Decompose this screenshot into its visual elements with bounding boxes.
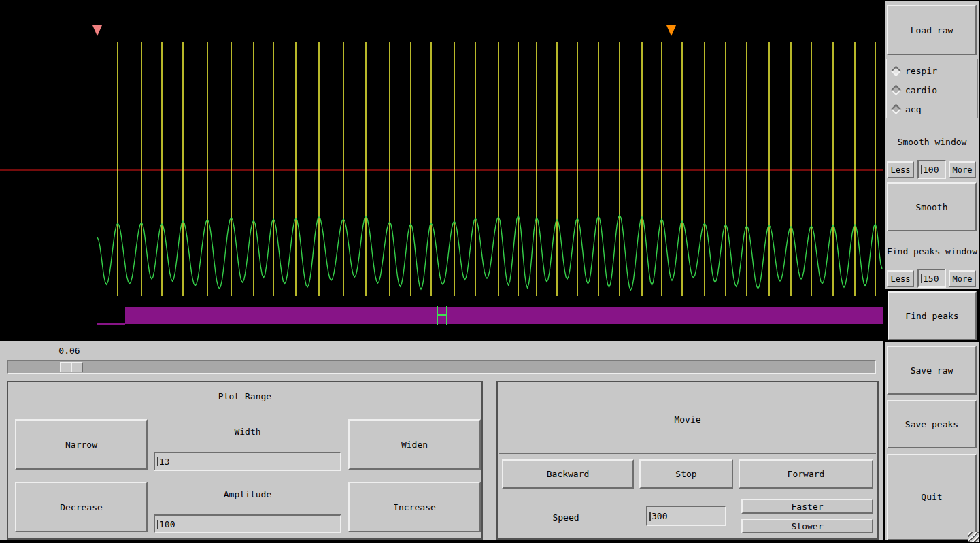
slider-handle-left[interactable] <box>60 362 71 372</box>
scroll-slider-handle[interactable] <box>60 362 83 372</box>
sidebar: Load raw respir cardio acq Smooth window… <box>885 0 980 540</box>
smooth-button[interactable]: Smooth <box>887 182 977 231</box>
increase-button[interactable]: Increase <box>348 482 481 532</box>
resize-grip[interactable] <box>968 532 979 542</box>
slower-button[interactable]: Slower <box>741 519 873 533</box>
smooth-more-button[interactable]: More <box>949 161 976 178</box>
bottom-panel: 0.06 Plot Range Narrow Width 13 Widen De… <box>0 341 883 540</box>
peaks-less-button[interactable]: Less <box>887 270 914 287</box>
scroll-slider-trough[interactable] <box>7 360 876 374</box>
speed-entry-value: 300 <box>652 511 667 521</box>
text-cursor <box>921 274 922 283</box>
selection-bar-thin <box>97 323 125 325</box>
separator <box>10 476 480 476</box>
plot-range-title: Plot Range <box>8 391 481 401</box>
orange-marker[interactable] <box>666 25 676 36</box>
width-entry[interactable]: 13 <box>154 452 341 471</box>
text-cursor <box>157 457 158 466</box>
radio-cardio-label: cardio <box>905 85 937 95</box>
quit-button[interactable]: Quit <box>887 454 977 540</box>
load-raw-button[interactable]: Load raw <box>887 5 977 55</box>
smooth-window-value: 100 <box>923 165 939 175</box>
radio-diamond-icon <box>891 65 902 76</box>
amplitude-label: Amplitude <box>154 489 341 499</box>
radio-respir-label: respir <box>905 66 937 76</box>
amplitude-entry[interactable]: 100 <box>154 514 341 533</box>
signal-canvas[interactable] <box>0 0 883 341</box>
narrow-button[interactable]: Narrow <box>15 419 148 470</box>
forward-button[interactable]: Forward <box>739 459 873 489</box>
radio-acq[interactable]: acq <box>892 103 921 115</box>
speed-label: Speed <box>525 512 607 523</box>
radio-diamond-icon <box>891 103 902 114</box>
stop-button[interactable]: Stop <box>639 459 733 489</box>
separator <box>499 493 876 493</box>
find-peaks-window-value: 150 <box>923 274 939 284</box>
widen-button[interactable]: Widen <box>348 419 481 470</box>
find-peaks-button[interactable]: Find peaks <box>888 291 977 340</box>
pink-marker[interactable] <box>92 25 102 36</box>
backward-button[interactable]: Backward <box>502 459 634 489</box>
peaks-more-button[interactable]: More <box>949 270 976 287</box>
scroll-position-value: 0.06 <box>52 346 87 356</box>
save-raw-button[interactable]: Save raw <box>887 346 977 395</box>
radio-acq-label: acq <box>905 104 921 114</box>
signal-wave <box>97 215 882 290</box>
find-peaks-focus-ring: Find peaks <box>885 289 979 342</box>
slider-handle-right[interactable] <box>71 362 83 372</box>
smooth-less-button[interactable]: Less <box>887 161 914 178</box>
movie-frame: Movie Backward Stop Forward Speed 300 Fa… <box>496 381 879 540</box>
separator <box>10 412 480 412</box>
text-cursor <box>649 512 651 521</box>
plot-range-frame: Plot Range Narrow Width 13 Widen Decreas… <box>7 381 483 540</box>
movie-title: Movie <box>498 414 877 425</box>
amplitude-entry-value: 100 <box>159 519 175 529</box>
faster-button[interactable]: Faster <box>741 499 873 514</box>
text-cursor <box>157 520 158 529</box>
save-peaks-button[interactable]: Save peaks <box>887 400 977 448</box>
smooth-window-entry[interactable]: 100 <box>917 160 946 179</box>
radio-diamond-icon <box>891 84 902 95</box>
find-peaks-window-entry[interactable]: 150 <box>917 269 946 288</box>
find-peaks-window-label: Find peaks window <box>885 246 979 257</box>
radio-respir[interactable]: respir <box>892 65 937 77</box>
width-label: Width <box>154 426 341 437</box>
app-window: 0.06 Plot Range Narrow Width 13 Widen De… <box>0 0 980 543</box>
width-entry-value: 13 <box>159 457 170 467</box>
text-cursor <box>921 165 922 174</box>
signal-type-group: respir cardio acq <box>886 59 978 118</box>
selection-bar[interactable] <box>125 307 883 324</box>
decrease-button[interactable]: Decrease <box>15 482 148 532</box>
separator <box>499 453 876 454</box>
smooth-window-label: Smooth window <box>885 136 979 147</box>
window-bottom-border <box>0 540 980 543</box>
radio-cardio[interactable]: cardio <box>892 84 937 96</box>
speed-entry[interactable]: 300 <box>646 506 726 526</box>
